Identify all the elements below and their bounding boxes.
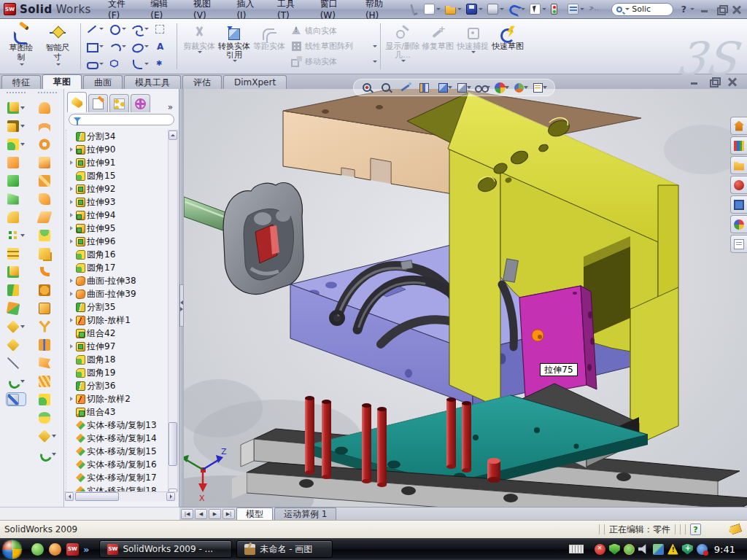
- zoom-area-icon[interactable]: [380, 82, 395, 94]
- flag-tool[interactable]: [39, 357, 56, 369]
- keyboard-layout-icon[interactable]: [569, 545, 584, 553]
- bend-tool[interactable]: [40, 265, 55, 278]
- rebuild-button[interactable]: [549, 3, 565, 15]
- select-box-tool[interactable]: [152, 20, 174, 37]
- hide-show-items-icon[interactable]: [475, 82, 490, 94]
- expand-arrow-icon[interactable]: [68, 287, 74, 300]
- feature-tree-item[interactable]: 圆角19: [66, 366, 168, 379]
- sketch-fillet-tool[interactable]: [129, 55, 151, 72]
- trim-entities-button[interactable]: 剪裁实体: [182, 21, 217, 72]
- mirror-entities-button[interactable]: 镜向实体: [291, 25, 377, 38]
- expand-arrow-icon[interactable]: [68, 314, 74, 327]
- custom-properties-tab[interactable]: [730, 235, 747, 253]
- messenger-icon[interactable]: [31, 543, 44, 556]
- expand-arrow-icon[interactable]: [68, 222, 74, 235]
- edit-appearance-icon[interactable]: [494, 82, 509, 94]
- feature-tree-item[interactable]: 拉伸92: [66, 182, 168, 195]
- view-settings-icon[interactable]: [532, 82, 547, 94]
- curve-tool[interactable]: [7, 375, 25, 387]
- options-button[interactable]: [566, 3, 586, 15]
- search-scope-caret[interactable]: [625, 8, 630, 10]
- badge-icon[interactable]: [624, 544, 635, 555]
- slide-bracket-part[interactable]: [223, 183, 303, 295]
- solidworks-resources-tab[interactable]: [730, 117, 747, 135]
- appearances-tab[interactable]: [730, 215, 747, 233]
- display-style-icon[interactable]: [456, 82, 471, 94]
- shield-plus-icon[interactable]: [682, 544, 693, 555]
- extruded-boss-tool[interactable]: [7, 101, 25, 114]
- tab-sketch[interactable]: 草图: [42, 74, 82, 89]
- pattern-surface-tool[interactable]: [39, 247, 56, 260]
- view-orientation-icon[interactable]: [437, 82, 452, 94]
- motion-study-tab[interactable]: 运动算例 1: [274, 508, 336, 520]
- point-tool[interactable]: [152, 55, 174, 72]
- open-button[interactable]: [444, 3, 463, 15]
- sketch-button[interactable]: 草图绘 制: [3, 21, 39, 72]
- section-view-icon[interactable]: [418, 82, 433, 94]
- boundary-surface-tool[interactable]: [39, 174, 56, 187]
- tab-mold-tools[interactable]: 模具工具: [124, 75, 181, 89]
- menu-item[interactable]: 文件(F): [98, 0, 141, 18]
- knit-surface-tool[interactable]: [39, 393, 56, 405]
- measure-tool[interactable]: [7, 393, 26, 405]
- rectangle-tool[interactable]: [84, 38, 106, 55]
- status-help-icon[interactable]: ?: [690, 524, 701, 535]
- tab-surfaces[interactable]: 曲面: [83, 75, 123, 89]
- swept-surface-tool[interactable]: [39, 138, 56, 150]
- magnifying-lens-icon[interactable]: [399, 82, 414, 94]
- scroll-up-button[interactable]: [169, 131, 177, 140]
- configurationmanager-tab[interactable]: [109, 94, 129, 112]
- feature-tree-item[interactable]: 圆角15: [66, 169, 168, 182]
- expand-arrow-icon[interactable]: [68, 274, 74, 287]
- move-copy-body-tool[interactable]: [7, 302, 25, 314]
- feature-tree-item[interactable]: 拉伸96: [66, 235, 168, 248]
- scroll-left-button[interactable]: [65, 492, 74, 501]
- menu-item[interactable]: 帮助(H): [356, 0, 400, 18]
- rib-tool[interactable]: [7, 247, 25, 260]
- doc-close-icon[interactable]: [728, 77, 737, 86]
- expand-arrow-icon[interactable]: [68, 392, 74, 405]
- cylinder-tool[interactable]: [39, 411, 56, 424]
- tab-nav-button[interactable]: ▶|: [222, 509, 235, 519]
- quick-launch-chevron[interactable]: »: [83, 544, 89, 555]
- feature-tree-item[interactable]: 圆角17: [66, 261, 168, 274]
- featuremanager-tab[interactable]: [67, 92, 87, 112]
- expand-arrow-icon[interactable]: [68, 340, 74, 353]
- expand-arrow-icon[interactable]: [68, 182, 74, 195]
- menu-item[interactable]: 插入(I): [227, 0, 268, 18]
- feature-tree-item[interactable]: 拉伸93: [66, 195, 168, 209]
- volume-icon[interactable]: [638, 544, 649, 555]
- feature-tree-item[interactable]: 拉伸95: [66, 222, 168, 235]
- feature-tree-item[interactable]: 曲面-拉伸38: [66, 274, 168, 287]
- messenger-status-icon[interactable]: [697, 544, 708, 555]
- quick-snaps-button[interactable]: 快速捕捉: [455, 21, 490, 72]
- more-tools-button[interactable]: [587, 3, 607, 15]
- spline-tool[interactable]: [129, 20, 151, 37]
- line-tool[interactable]: [84, 20, 106, 37]
- feature-tree-item[interactable]: 实体-移动/复制16: [66, 458, 168, 471]
- convert-entities-button[interactable]: 转换实体引用: [217, 21, 252, 72]
- menu-item[interactable]: 窗口(W): [311, 0, 356, 18]
- circle-tool[interactable]: [107, 20, 128, 37]
- linear-sketch-pattern-button[interactable]: 线性草图阵列: [291, 40, 377, 53]
- expand-arrow-icon[interactable]: [68, 209, 74, 222]
- delete-face-tool[interactable]: [39, 429, 56, 442]
- dimxpertmanager-tab[interactable]: [131, 94, 150, 112]
- print-button[interactable]: [486, 3, 506, 15]
- sketch-text-tool[interactable]: [152, 38, 174, 55]
- feature-tree-item[interactable]: 圆角16: [66, 248, 168, 261]
- panel-overflow-button[interactable]: »: [168, 102, 177, 112]
- dome-tool[interactable]: [39, 229, 56, 241]
- solidworks-icon[interactable]: [66, 543, 79, 556]
- feature-tree-item[interactable]: 分割36: [66, 379, 168, 392]
- swept-boss-tool[interactable]: [7, 156, 25, 168]
- shell-tool[interactable]: [7, 174, 25, 187]
- expand-arrow-icon[interactable]: [68, 235, 74, 248]
- feature-tree-item[interactable]: 拉伸94: [66, 209, 168, 222]
- tab-features[interactable]: 特征: [1, 75, 41, 89]
- scroll-thumb[interactable]: [169, 422, 177, 466]
- feature-tree-item[interactable]: 组合42: [66, 327, 168, 340]
- insert-part-tool[interactable]: [7, 338, 25, 351]
- feature-tree-item[interactable]: 分割35: [66, 300, 168, 314]
- tab-dimxpert[interactable]: DimXpert: [223, 75, 287, 89]
